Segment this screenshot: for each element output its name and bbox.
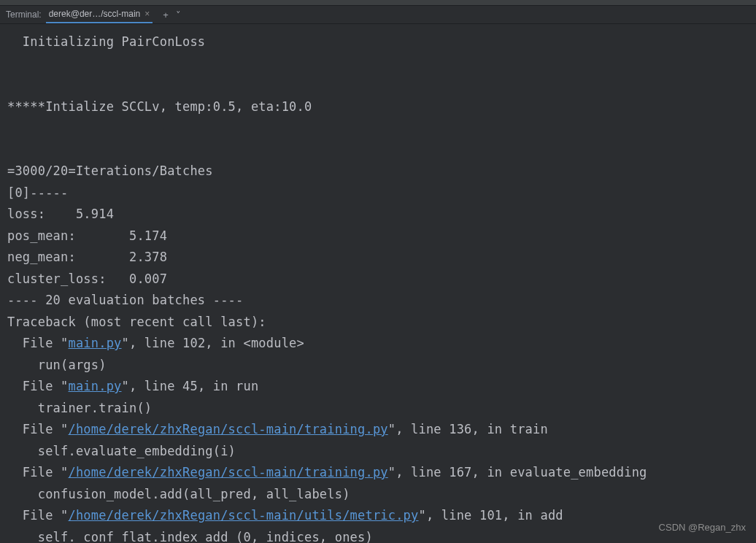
output-line: ---- 20 evaluation batches ---- — [7, 293, 243, 307]
close-icon[interactable]: × — [144, 9, 150, 19]
watermark: CSDN @Regan_zhx — [659, 522, 746, 533]
file-link[interactable]: main.py — [68, 379, 121, 393]
traceback-frame: File "main.py", line 102, in <module> — [7, 336, 304, 350]
terminal-tabbar: Terminal: derek@der…/sccl-main × + ˅ — [0, 6, 756, 24]
output-line: [0]----- — [7, 185, 68, 200]
new-terminal-icon[interactable]: + — [163, 9, 169, 20]
file-link[interactable]: /home/derek/zhxRegan/sccl-main/training.… — [68, 465, 387, 480]
terminal-output[interactable]: Initializing PairConLoss *****Intialize … — [0, 24, 756, 543]
file-link[interactable]: /home/derek/zhxRegan/sccl-main/training.… — [68, 422, 387, 436]
file-link[interactable]: main.py — [68, 336, 121, 350]
window-top-strip — [0, 0, 756, 6]
traceback-frame: File "main.py", line 45, in run — [7, 379, 258, 393]
traceback-code: trainer.train() — [7, 401, 152, 415]
terminal-dropdown-icon[interactable]: ˅ — [176, 9, 181, 20]
traceback-code: run(args) — [7, 358, 107, 372]
traceback-frame: File "/home/derek/zhxRegan/sccl-main/tra… — [7, 465, 647, 480]
traceback-frame: File "/home/derek/zhxRegan/sccl-main/uti… — [7, 508, 563, 523]
output-line: cluster_loss: 0.007 — [7, 272, 167, 286]
output-line: pos_mean: 5.174 — [7, 228, 167, 243]
terminal-tab-title: derek@der…/sccl-main — [49, 9, 141, 19]
output-line: =3000/20=Iterations/Batches — [7, 163, 213, 178]
output-line: *****Intialize SCCLv, temp:0.5, eta:10.0 — [7, 99, 312, 114]
terminal-tab-active[interactable]: derek@der…/sccl-main × — [46, 6, 153, 23]
output-line: neg_mean: 2.378 — [7, 250, 167, 264]
file-link[interactable]: /home/derek/zhxRegan/sccl-main/utils/met… — [68, 508, 418, 523]
traceback-code: confusion_model.add(all_pred, all_labels… — [7, 487, 350, 501]
terminal-label: Terminal: — [6, 9, 42, 20]
traceback-code: self._conf_flat.index_add_(0, indices, o… — [7, 530, 373, 544]
traceback-code: self.evaluate_embedding(i) — [7, 444, 236, 458]
output-line: Initializing PairConLoss — [7, 34, 205, 49]
output-line: loss: 5.914 — [7, 207, 114, 221]
traceback-header: Traceback (most recent call last): — [7, 315, 266, 329]
traceback-frame: File "/home/derek/zhxRegan/sccl-main/tra… — [7, 422, 548, 436]
